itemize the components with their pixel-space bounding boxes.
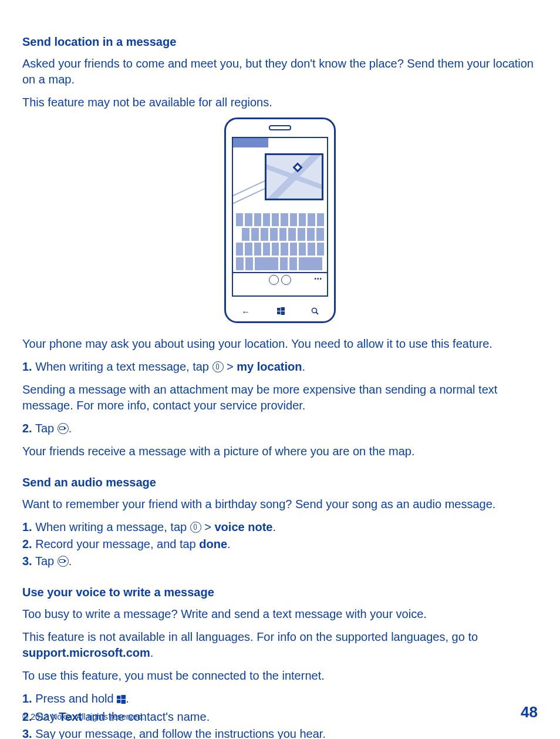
step-text: . bbox=[69, 555, 72, 567]
more-icon: ••• bbox=[314, 276, 322, 282]
step-text: When writing a message, tap bbox=[32, 520, 190, 533]
step: 3. Say your message, and follow the inst… bbox=[22, 726, 538, 739]
phone-illustration: ••• ← bbox=[22, 117, 538, 323]
paragraph: Want to remember your friend with a birt… bbox=[22, 496, 538, 512]
send-icon bbox=[58, 556, 69, 567]
paragraph: Too busy to write a message? Write and s… bbox=[22, 606, 538, 622]
heading-send-audio: Send an audio message bbox=[22, 476, 538, 489]
step-bold: voice note bbox=[215, 520, 273, 533]
search-icon bbox=[311, 307, 319, 317]
step-number: 3. bbox=[22, 727, 32, 739]
svg-rect-2 bbox=[277, 311, 281, 314]
step-text: . bbox=[302, 360, 305, 373]
step: 2. Record your message, and tap done. bbox=[22, 536, 538, 552]
attach-icon bbox=[281, 275, 291, 285]
page-number: 48 bbox=[521, 703, 538, 721]
paragraph: This feature is not available in all lan… bbox=[22, 629, 538, 661]
svg-point-4 bbox=[312, 308, 317, 313]
step: 1. When writing a text message, tap > my… bbox=[22, 359, 538, 375]
page-content: Send location in a message Asked your fr… bbox=[0, 0, 560, 739]
heading-voice-write: Use your voice to write a message bbox=[22, 586, 538, 599]
paragraph: Asked your friends to come and meet you,… bbox=[22, 56, 538, 88]
attach-icon bbox=[212, 361, 224, 372]
step-bold: my location bbox=[237, 360, 302, 373]
heading-send-location: Send location in a message bbox=[22, 35, 538, 49]
attach-icon bbox=[190, 522, 201, 533]
step: 2. Tap . bbox=[22, 421, 538, 436]
svg-rect-6 bbox=[117, 696, 120, 699]
step-text: Record your message, and tap bbox=[32, 538, 200, 550]
step: 3. Tap . bbox=[22, 553, 538, 569]
paragraph: This feature may not be available for al… bbox=[22, 95, 538, 110]
send-icon bbox=[58, 423, 69, 434]
step-text: > bbox=[224, 360, 237, 373]
paragraph: Your friends receive a message with a pi… bbox=[22, 444, 538, 459]
send-icon bbox=[269, 275, 279, 285]
back-icon: ← bbox=[241, 307, 250, 317]
step-text: Tap bbox=[32, 555, 58, 567]
svg-rect-1 bbox=[281, 307, 285, 311]
svg-line-5 bbox=[316, 313, 319, 315]
step: 1. When writing a message, tap > voice n… bbox=[22, 519, 538, 535]
windows-icon bbox=[277, 307, 285, 317]
step-text: . bbox=[69, 422, 72, 435]
paragraph: Your phone may ask you about using your … bbox=[22, 336, 538, 352]
paragraph-text: . bbox=[150, 646, 154, 659]
step-number: 3. bbox=[22, 555, 32, 567]
support-link[interactable]: support.microsoft.com bbox=[22, 646, 150, 659]
paragraph-text: This feature is not available in all lan… bbox=[22, 630, 478, 643]
svg-rect-8 bbox=[117, 700, 120, 703]
page-footer: © 2013 Nokia. All rights reserved. 48 bbox=[22, 703, 538, 721]
step-number: 2. bbox=[22, 538, 32, 550]
svg-rect-3 bbox=[281, 311, 285, 315]
step-text: Say your message, and follow the instruc… bbox=[32, 727, 326, 739]
paragraph: Sending a message with an attachment may… bbox=[22, 382, 538, 414]
step-number: 2. bbox=[22, 422, 32, 435]
step-text: Tap bbox=[32, 422, 58, 435]
paragraph: To use this feature, you must be connect… bbox=[22, 668, 538, 684]
svg-rect-0 bbox=[277, 308, 281, 311]
step-text: > bbox=[201, 520, 215, 533]
step-number: 1. bbox=[22, 360, 32, 373]
step-text: . bbox=[272, 520, 276, 533]
step-text: When writing a text message, tap bbox=[32, 360, 212, 373]
copyright-text: © 2013 Nokia. All rights reserved. bbox=[22, 712, 144, 721]
step-bold: done bbox=[199, 538, 227, 550]
step-number: 1. bbox=[22, 520, 32, 533]
step-text: . bbox=[227, 538, 231, 550]
